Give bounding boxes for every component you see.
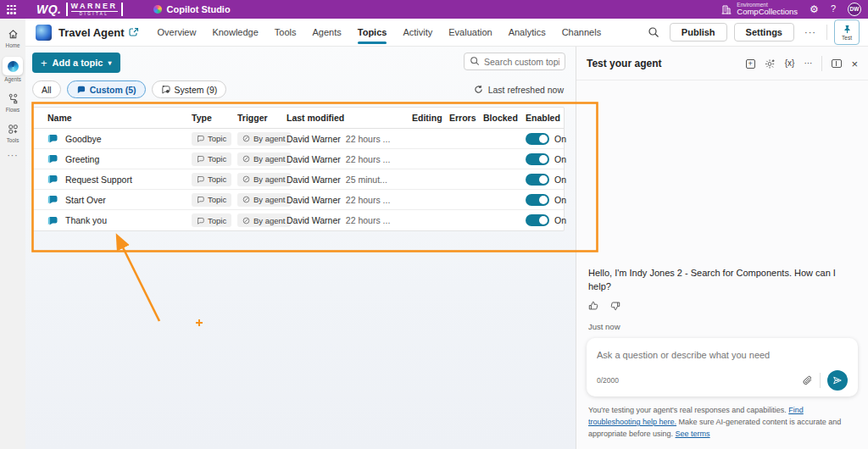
trigger-badge: By agent [237,173,291,186]
search-icon[interactable] [648,26,659,38]
plus-icon: + [41,57,47,69]
top-app-bar: WQ. WARNER DIGITAL Copilot Studio Enviro… [0,0,868,19]
col-enabled[interactable]: Enabled [526,113,564,123]
col-trigger[interactable]: Trigger [237,113,287,123]
thumbs-down-icon[interactable] [610,301,620,311]
agent-name: Travel Agent [58,26,125,39]
trigger-badge: By agent [237,132,291,146]
filter-system[interactable]: System (9) [152,80,227,98]
table-row-start-over[interactable]: Start Over Topic By agent David Warner22… [33,190,564,210]
topics-page: + Add a topic ▾ All Custom (5) [25,47,576,449]
test-disclaimer: You're testing your agent's real respons… [576,400,868,449]
tab-analytics[interactable]: Analytics [509,19,546,47]
test-panel-title: Test your agent [587,58,661,69]
chat-input[interactable] [597,350,848,360]
type-badge: Topic [192,132,231,146]
sidebar-more-icon[interactable]: ··· [8,151,19,160]
agents-icon [3,57,23,75]
tools-icon [4,121,21,136]
enabled-toggle[interactable] [526,133,549,145]
enabled-toggle[interactable] [526,174,549,186]
agent-tabs: Overview Knowledge Tools Agents Topics A… [158,19,602,47]
tab-topics[interactable]: Topics [358,19,387,47]
send-icon [832,375,843,385]
table-row-request-support[interactable]: Request Support Topic By agent David War… [33,169,564,190]
add-topic-button[interactable]: + Add a topic ▾ [32,53,120,73]
type-badge: Topic [192,173,231,186]
tab-activity[interactable]: Activity [403,19,432,47]
logo-wq-text: WQ. [36,3,62,16]
logo-digital-text: DIGITAL [71,11,118,17]
settings-gear-icon[interactable]: ⚙ [810,4,819,14]
sidebar-item-agents[interactable]: Agents [1,54,25,85]
tab-knowledge[interactable]: Knowledge [212,19,258,47]
see-terms-link[interactable]: See terms [676,430,710,438]
user-avatar[interactable]: DW [848,3,861,16]
enabled-toggle[interactable] [526,214,549,226]
table-row-greeting[interactable]: Greeting Topic By agent David Warner22 h… [33,149,564,169]
product-name: Copilot Studio [167,4,231,14]
logo-warner-text: WARNER [71,3,118,10]
tab-evaluation[interactable]: Evaluation [448,19,492,47]
sidebar-item-flows[interactable]: Flows [1,88,25,115]
settings-button[interactable]: Settings [734,23,794,42]
filter-custom[interactable]: Custom (5) [67,80,146,98]
test-panel: Test your agent + {x} ··· × Hello, [576,47,868,449]
share-icon[interactable] [129,27,139,37]
help-icon[interactable]: ? [831,4,836,14]
send-button[interactable] [827,370,848,391]
table-row-thank-you[interactable]: Thank you Topic By agent David Warner22 … [33,210,564,230]
col-name[interactable]: Name [47,113,192,123]
activity-map-icon[interactable] [765,58,776,69]
topic-chat-icon [47,194,58,205]
tab-tools[interactable]: Tools [275,19,297,47]
trigger-badge: By agent [237,213,291,227]
topics-table: Name Type Trigger Last modified Editing … [32,107,565,231]
home-icon [4,26,21,42]
tab-agents[interactable]: Agents [313,19,342,47]
refresh-icon [474,85,483,94]
panel-more-icon[interactable]: ··· [804,59,812,68]
col-type[interactable]: Type [192,113,237,123]
chat-icon [76,85,86,94]
tab-channels[interactable]: Channels [562,19,601,47]
type-badge: Topic [192,213,231,227]
sidebar-item-home[interactable]: Home [1,24,25,51]
attachment-icon[interactable] [802,375,813,386]
message-timestamp: Just now [576,311,868,333]
close-icon[interactable]: × [851,58,858,69]
topic-chat-icon [47,153,58,164]
environment-picker[interactable]: Environment CompCollections [721,2,798,17]
new-chat-icon[interactable]: + [746,59,755,69]
tab-overview[interactable]: Overview [158,19,197,47]
enabled-toggle[interactable] [526,153,549,165]
col-modified[interactable]: Last modified [287,113,412,123]
app-launcher-icon[interactable] [7,5,16,14]
topic-chat-icon [47,133,58,144]
type-badge: Topic [192,193,231,207]
table-header: Name Type Trigger Last modified Editing … [33,108,564,129]
col-blocked[interactable]: Blocked [483,113,526,123]
chevron-down-icon: ▾ [108,59,111,67]
trigger-badge: By agent [237,193,291,207]
filter-all[interactable]: All [32,80,61,98]
header-more-button[interactable]: ··· [801,25,820,39]
test-button[interactable]: Test [834,19,860,45]
left-nav-rail: Home Agents Flows Tools ··· [0,19,25,449]
topics-search [464,53,565,70]
agent-header: Travel Agent Overview Knowledge Tools Ag… [25,19,868,47]
test-pin-icon [843,25,852,34]
sidebar-item-tools[interactable]: Tools [1,119,25,146]
enabled-toggle[interactable] [526,194,549,206]
col-editing[interactable]: Editing [412,113,449,123]
col-errors[interactable]: Errors [449,113,483,123]
dock-panel-icon[interactable] [832,59,842,68]
variables-icon[interactable]: {x} [785,59,795,68]
publish-button[interactable]: Publish [670,23,727,42]
table-row-goodbye[interactable]: Goodbye Topic By agent David Warner22 ho… [33,129,564,149]
refresh-button[interactable]: Last refreshed now [474,85,564,95]
flows-icon [4,91,21,106]
environment-label: Environment [737,2,798,8]
search-icon [470,56,480,66]
thumbs-up-icon[interactable] [588,301,598,311]
